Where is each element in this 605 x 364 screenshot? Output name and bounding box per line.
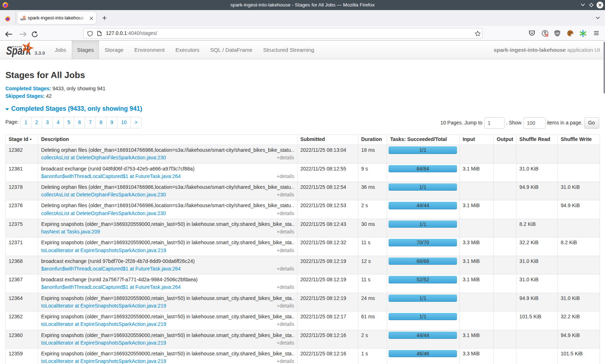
svg-text:uO: uO <box>556 32 559 35</box>
svg-text:APACHE: APACHE <box>11 46 22 48</box>
